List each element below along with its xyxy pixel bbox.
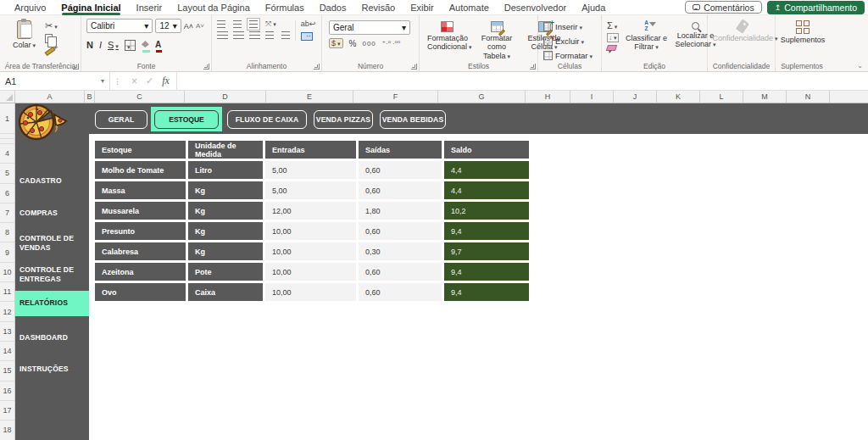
clear-button[interactable]	[606, 45, 617, 51]
menu-tab-fórmulas[interactable]: Fórmulas	[258, 2, 312, 14]
table-cell-item[interactable]: Azeitona	[95, 263, 186, 281]
table-cell-item[interactable]: Mussarela	[95, 202, 186, 220]
table-cell-saidas[interactable]: 0,60	[359, 263, 442, 281]
collapse-ribbon-icon[interactable]: ⌄	[857, 62, 863, 70]
menu-tab-página-inicial[interactable]: Página Inicial	[53, 2, 128, 14]
bold-button[interactable]: N	[86, 40, 93, 50]
table-cell-entradas[interactable]: 10,00	[265, 263, 356, 281]
column-header-M[interactable]: M	[743, 91, 787, 103]
fill-button[interactable]: ↓	[607, 33, 619, 42]
menu-tab-exibir[interactable]: Exibir	[403, 2, 442, 14]
borders-button[interactable]	[125, 40, 136, 51]
decrease-indent-icon[interactable]	[265, 31, 274, 39]
align-right-icon[interactable]	[249, 31, 260, 39]
table-header-estoque[interactable]: Estoque	[95, 141, 186, 159]
table-cell-saldo[interactable]: 9,4	[444, 222, 529, 240]
copy-icon[interactable]	[45, 34, 53, 43]
tab-venda-pizzas[interactable]: VENDA PIZZAS	[314, 110, 373, 129]
menu-tab-automate[interactable]: Automate	[442, 2, 497, 14]
delete-cells-button[interactable]: Excluir	[543, 35, 593, 47]
fx-icon[interactable]: fx	[162, 75, 170, 87]
paste-button[interactable]: Colar	[10, 19, 38, 51]
table-cell-unit[interactable]: Kg	[188, 181, 263, 199]
align-middle-icon[interactable]	[233, 20, 242, 28]
addins-button[interactable]: Suplementos	[778, 19, 828, 46]
menu-tab-inserir[interactable]: Inserir	[129, 2, 170, 14]
table-header-saldo[interactable]: Saldo	[444, 141, 529, 159]
column-header-L[interactable]: L	[700, 91, 743, 103]
cancel-icon[interactable]: ×	[131, 75, 137, 87]
italic-button[interactable]: I	[99, 40, 102, 50]
table-cell-saidas[interactable]: 0,30	[359, 242, 442, 260]
row-header-17[interactable]: 17	[0, 401, 14, 421]
column-header-G[interactable]: G	[438, 91, 526, 103]
table-cell-entradas[interactable]: 5,00	[265, 181, 356, 199]
column-header-C[interactable]: C	[95, 91, 185, 103]
sort-filter-button[interactable]: AZ Classificar e Filtrar	[622, 19, 671, 53]
row-header-6[interactable]: 6	[0, 184, 14, 203]
increase-indent-icon[interactable]	[281, 31, 290, 39]
menu-tab-revisão[interactable]: Revisão	[353, 2, 403, 14]
number-dialog-launcher[interactable]	[411, 64, 417, 70]
column-header-H[interactable]: H	[526, 91, 570, 103]
accounting-format-button[interactable]: $	[329, 38, 343, 48]
column-header-D[interactable]: D	[185, 91, 266, 103]
table-cell-item[interactable]: Presunto	[95, 222, 186, 240]
row-header-11[interactable]: 11	[0, 282, 14, 302]
autosum-button[interactable]: Σ	[607, 20, 619, 31]
align-bottom-icon[interactable]	[249, 20, 258, 28]
table-cell-item[interactable]: Ovo	[95, 283, 186, 301]
column-header-E[interactable]: E	[266, 91, 353, 103]
row-header-16[interactable]: 16	[0, 382, 14, 401]
shrink-font-button[interactable]: A˅	[196, 22, 204, 30]
row-header-13[interactable]: 13	[0, 322, 14, 342]
underline-button[interactable]: S	[108, 40, 119, 50]
menu-tab-dados[interactable]: Dados	[312, 2, 354, 14]
grow-font-button[interactable]: A˄	[184, 22, 193, 31]
table-cell-saldo[interactable]: 4,4	[444, 181, 529, 199]
sidebar-item-controle-de-entregas[interactable]: CONTROLE DE ENTREGAS	[15, 265, 89, 285]
row-header-9[interactable]: 9	[0, 242, 14, 262]
tab-fluxo-de-caixa[interactable]: FLUXO DE CAIXA	[227, 110, 307, 129]
table-cell-saidas[interactable]: 0,60	[359, 181, 442, 199]
merge-center-button[interactable]	[301, 32, 313, 41]
comma-style-button[interactable]: 000	[362, 40, 376, 47]
table-cell-entradas[interactable]: 10,00	[265, 283, 356, 301]
tab-geral[interactable]: GERAL	[95, 110, 147, 129]
formula-input[interactable]	[177, 72, 868, 90]
sidebar-item-relatorios[interactable]: RELATÓRIOS	[15, 291, 89, 316]
row-header-18[interactable]: 18	[0, 421, 14, 440]
column-header-B[interactable]: B	[85, 91, 95, 103]
table-cell-unit[interactable]: Pote	[188, 263, 263, 281]
sidebar-item-dashboard[interactable]: DASHBOARD	[15, 333, 89, 343]
column-header-I[interactable]: I	[570, 91, 614, 103]
clipboard-dialog-launcher[interactable]	[73, 64, 79, 70]
table-cell-saldo[interactable]: 4,4	[444, 161, 529, 179]
font-name-select[interactable]: Calibri▾	[86, 19, 153, 33]
table-cell-item[interactable]: Calabresa	[95, 242, 186, 260]
share-button[interactable]: ↥ Compartilhamento	[767, 1, 865, 14]
table-cell-entradas[interactable]: 5,00	[265, 161, 356, 179]
row-header-8[interactable]: 8	[0, 223, 14, 242]
table-cell-entradas[interactable]: 10,00	[265, 222, 356, 240]
table-cell-saldo[interactable]: 9,7	[444, 242, 529, 260]
table-cell-unit[interactable]: Kg	[188, 222, 263, 240]
enter-icon[interactable]: ✓	[146, 75, 153, 86]
font-dialog-launcher[interactable]	[203, 64, 209, 70]
table-cell-saldo[interactable]: 10,2	[444, 202, 529, 220]
table-header-saidas[interactable]: Saídas	[359, 141, 442, 159]
sidebar-item-cadastro[interactable]: CADASTRO	[15, 176, 89, 186]
table-cell-item[interactable]: Molho de Tomate	[95, 161, 186, 179]
decimal-buttons[interactable]: ⁺·⁰ ·⁰⁰	[382, 40, 400, 47]
font-color-button[interactable]: A	[155, 41, 161, 49]
column-header-J[interactable]: J	[614, 91, 657, 103]
table-cell-saldo[interactable]: 9,4	[444, 283, 529, 301]
table-cell-saidas[interactable]: 0,60	[359, 161, 442, 179]
format-painter-icon[interactable]	[45, 47, 56, 56]
column-header-F[interactable]: F	[353, 91, 438, 103]
select-all-corner[interactable]	[0, 91, 15, 103]
table-cell-unit[interactable]: Kg	[188, 202, 263, 220]
table-cell-entradas[interactable]: 10,00	[265, 242, 356, 260]
column-header-A[interactable]: A	[15, 91, 85, 103]
align-top-icon[interactable]	[217, 20, 225, 28]
